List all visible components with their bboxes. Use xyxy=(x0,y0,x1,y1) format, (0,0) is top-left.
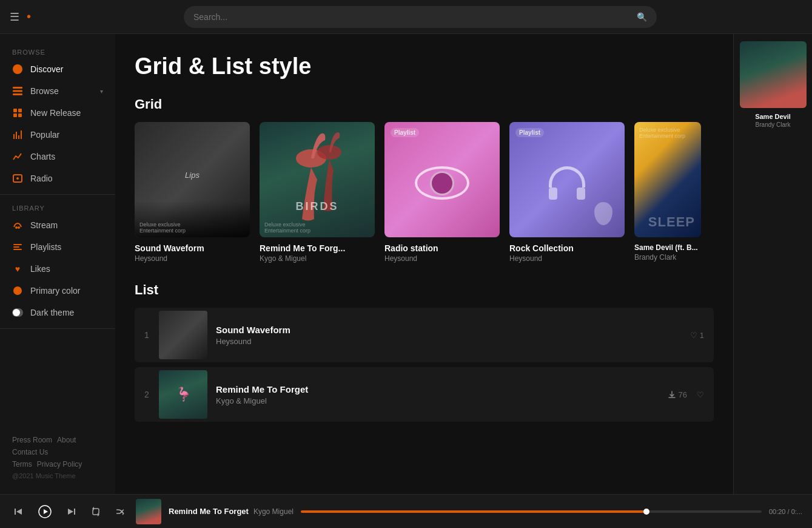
playlist-badge: Playlist xyxy=(515,128,544,137)
sidebar-item-stream[interactable]: Stream xyxy=(0,214,115,236)
time-display: 00:20 / 0:... xyxy=(769,508,802,515)
stream-icon xyxy=(12,220,23,231)
radio-icon xyxy=(12,173,23,184)
card-image-radio-station: Playlist xyxy=(384,122,500,237)
sidebar-divider xyxy=(0,194,115,195)
grid-section: Grid Deluxe exclusiveEntertainment corp … xyxy=(135,96,714,263)
grid-card-radio-station[interactable]: Playlist Radio station Heysound xyxy=(384,122,500,263)
svg-rect-0 xyxy=(13,87,22,89)
sidebar-item-likes[interactable]: ♥ Likes xyxy=(0,258,115,280)
card-label: Deluxe exclusiveEntertainment corp xyxy=(264,222,310,234)
about-link[interactable]: About xyxy=(57,436,76,444)
popular-icon xyxy=(12,129,23,140)
browse-arrow-icon: ▾ xyxy=(100,88,103,95)
track-title: Sound Waveform xyxy=(216,325,690,335)
track-info: Remind Me To Forget Kygo & Miguel xyxy=(216,384,668,405)
sidebar-item-new-release[interactable]: New Release xyxy=(0,102,115,124)
sidebar-item-browse[interactable]: Browse ▾ xyxy=(0,80,115,102)
np-artwork xyxy=(740,41,807,108)
policy-links: Terms Privacy Policy xyxy=(12,460,103,469)
sidebar-item-dark-theme[interactable]: Dark theme xyxy=(0,302,115,323)
track-thumbnail xyxy=(159,311,207,359)
grid-cards-container: Deluxe exclusiveEntertainment corp Sound… xyxy=(135,122,714,263)
birds-artwork: BIRDS Deluxe exclusiveEntertainment corp xyxy=(260,122,375,237)
list-item[interactable]: 2 🦩 Remind Me To Forget Kygo & Miguel xyxy=(135,367,714,422)
sidebar-item-label: Charts xyxy=(30,152,55,161)
search-input[interactable] xyxy=(193,12,637,22)
player-bar: Remind Me To Forget Kygo Miguel 00:20 / … xyxy=(0,494,812,528)
sidebar-item-label: Radio xyxy=(30,174,53,183)
discover-icon xyxy=(12,64,23,75)
sidebar-item-charts[interactable]: Charts xyxy=(0,146,115,168)
grid-card-remind-me[interactable]: BIRDS Deluxe exclusiveEntertainment corp… xyxy=(260,122,375,263)
sidebar-footer: Press Room About Contact Us Terms Privac… xyxy=(0,431,115,484)
sidebar: Browse Discover Browse ▾ xyxy=(0,34,115,494)
card-image-sound-waveform: Deluxe exclusiveEntertainment corp xyxy=(135,122,250,237)
player-track-thumb xyxy=(136,499,161,524)
progress-container xyxy=(301,510,762,513)
logo-dot: • xyxy=(27,10,31,24)
player-controls xyxy=(10,501,129,523)
birds-label: BIRDS xyxy=(295,200,338,213)
card-artist: Heysound xyxy=(135,254,250,263)
track-number: 2 xyxy=(135,390,159,399)
eye-icon xyxy=(415,166,469,200)
progress-bar[interactable] xyxy=(301,510,762,513)
shuffle-button[interactable] xyxy=(112,503,129,520)
list-section-title: List xyxy=(135,282,714,298)
card-label: Deluxe exclusiveEntertainment corp xyxy=(639,127,685,139)
track-title: Remind Me To Forget xyxy=(216,384,668,394)
likes-icon: ♥ xyxy=(12,263,23,274)
download-button[interactable]: 76 xyxy=(668,390,687,399)
grid-card-sound-waveform[interactable]: Deluxe exclusiveEntertainment corp Sound… xyxy=(135,122,250,263)
sidebar-item-label: Primary color xyxy=(30,286,80,296)
player-track-artist: Kygo Miguel xyxy=(253,507,294,516)
svg-rect-1 xyxy=(13,90,22,92)
card-artist: Heysound xyxy=(509,254,625,263)
sleep-label-text: SLEEP xyxy=(648,214,695,230)
press-room-link[interactable]: Press Room xyxy=(12,436,52,444)
prev-button[interactable] xyxy=(10,503,27,520)
download-count: 76 xyxy=(679,390,687,399)
new-release-icon xyxy=(12,107,23,118)
birds-mini: 🦩 xyxy=(175,387,192,402)
card-image-rock-collection: Playlist xyxy=(509,122,625,237)
sidebar-item-label: Popular xyxy=(30,130,59,140)
menu-icon[interactable]: ☰ xyxy=(10,10,19,24)
like-button[interactable]: ♡ 1 xyxy=(690,331,704,340)
list-section: List 1 Sound Waveform Heysound ♡ 1 xyxy=(135,282,714,422)
sidebar-divider-2 xyxy=(0,328,115,329)
player-track-name: Remind Me To Forget xyxy=(169,507,249,516)
charts-icon xyxy=(12,151,23,162)
list-item[interactable]: 1 Sound Waveform Heysound ♡ 1 xyxy=(135,308,714,362)
sidebar-item-discover[interactable]: Discover xyxy=(0,58,115,80)
lips-artwork: Deluxe exclusiveEntertainment corp xyxy=(135,122,250,237)
grid-card-rock-collection[interactable]: Playlist Rock Collection xyxy=(509,122,625,263)
card-title: Rock Collection xyxy=(509,243,625,253)
sidebar-item-playlists[interactable]: Playlists xyxy=(0,236,115,258)
sidebar-item-radio[interactable]: Radio xyxy=(0,168,115,189)
search-icon[interactable]: 🔍 xyxy=(637,12,647,22)
library-section-label: Library xyxy=(0,200,115,214)
download-icon xyxy=(668,390,676,399)
sidebar-item-popular[interactable]: Popular xyxy=(0,124,115,146)
card-label: Deluxe exclusiveEntertainment corp xyxy=(139,222,186,234)
like-button[interactable]: ♡ xyxy=(697,390,704,399)
contact-link[interactable]: Contact Us xyxy=(12,448,48,456)
track-info: Sound Waveform Heysound xyxy=(216,325,690,346)
card-artist: Heysound xyxy=(384,254,500,263)
radio-artwork: Playlist xyxy=(384,122,500,237)
sidebar-item-label: Likes xyxy=(30,264,50,274)
play-button[interactable] xyxy=(34,501,56,523)
grid-card-same-devil[interactable]: Deluxe exclusiveEntertainment corp SLEEP… xyxy=(634,122,701,263)
player-artwork xyxy=(136,499,161,524)
terms-link[interactable]: Terms xyxy=(12,460,32,469)
next-button[interactable] xyxy=(63,503,80,520)
layout: Browse Discover Browse ▾ xyxy=(0,34,812,494)
svg-point-7 xyxy=(18,226,20,229)
card-artist: Brandy Clark xyxy=(634,253,701,262)
svg-rect-10 xyxy=(15,509,16,515)
privacy-link[interactable]: Privacy Policy xyxy=(37,460,82,469)
sidebar-item-primary-color[interactable]: Primary color xyxy=(0,280,115,302)
repeat-button[interactable] xyxy=(87,503,104,520)
